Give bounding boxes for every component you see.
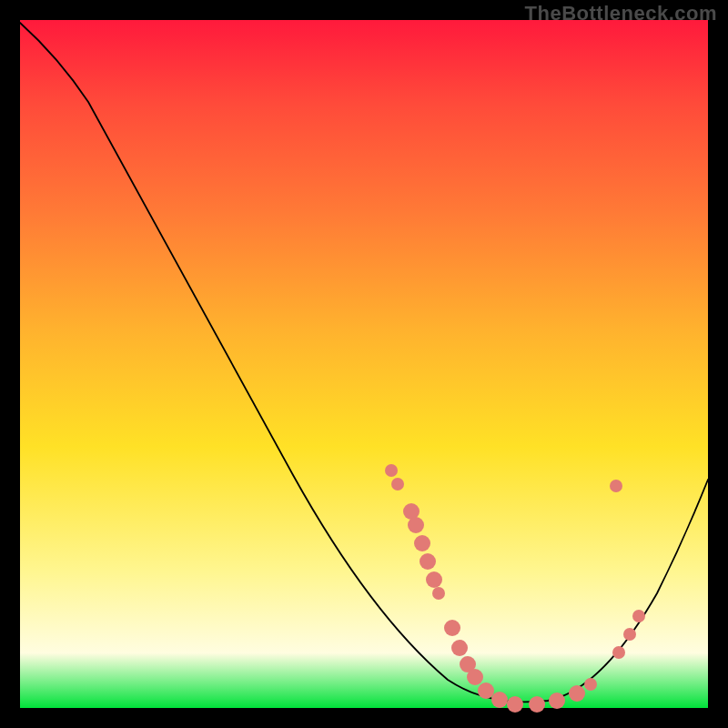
data-points	[385, 464, 645, 713]
data-point	[507, 696, 523, 713]
data-point	[385, 464, 398, 477]
data-point	[632, 610, 645, 622]
data-point	[623, 628, 636, 641]
data-point	[529, 696, 545, 713]
data-point	[414, 535, 430, 551]
data-point	[584, 678, 597, 691]
watermark-text: TheBottleneck.com	[525, 2, 717, 25]
plot-area	[20, 20, 708, 708]
data-point	[432, 587, 445, 600]
data-point	[491, 692, 508, 708]
chart-svg	[20, 20, 708, 708]
bottleneck-curve	[20, 23, 708, 702]
data-point	[478, 682, 494, 699]
data-point	[391, 478, 404, 490]
data-point	[444, 620, 460, 636]
data-point	[610, 480, 622, 492]
chart-frame: TheBottleneck.com	[0, 0, 728, 728]
data-point	[467, 669, 483, 685]
data-point	[549, 693, 565, 709]
data-point	[426, 571, 442, 588]
data-point	[569, 685, 585, 702]
data-point	[420, 553, 436, 570]
data-point	[612, 646, 625, 659]
data-point	[451, 640, 468, 656]
data-point	[408, 517, 424, 533]
